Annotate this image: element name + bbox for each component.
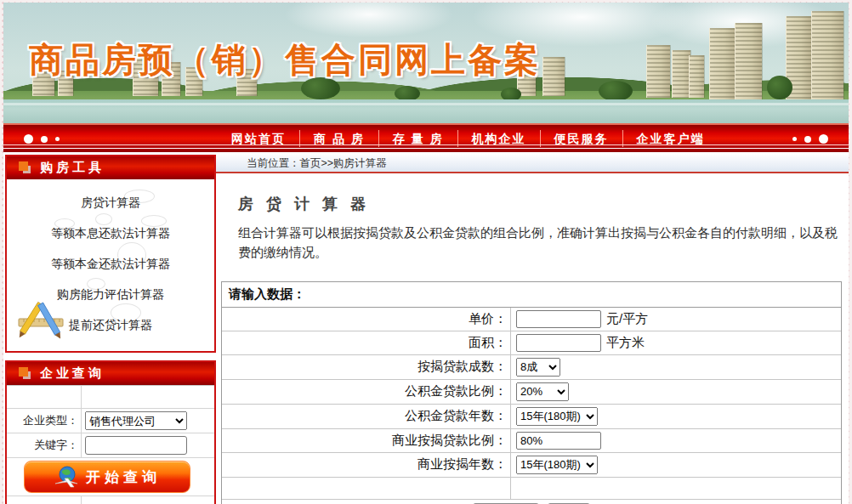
commercial-ratio-input[interactable] [516, 432, 601, 450]
page-description: 组合计算器可以根据按揭贷款及公积金贷款的组合比例，准确计算出按揭与公积金各自的付… [238, 223, 845, 263]
mortgage-ratio-label: 按揭贷款成数： [222, 355, 511, 379]
commercial-years-select[interactable]: 15年(180期) [516, 456, 598, 474]
keyword-input[interactable] [85, 436, 187, 455]
nav-item-stock-housing[interactable]: 存 量 房 [379, 130, 458, 147]
enterprise-type-select[interactable]: 销售代理公司 [85, 411, 187, 430]
area-input[interactable] [516, 334, 601, 352]
tools-panel-body: 房贷计算器 等额本息还款法计算器 等额本金还款法计算器 购房能力评估计算器 提前… [7, 179, 214, 351]
tool-link-mortgage-calculator[interactable]: 房贷计算器 [7, 188, 214, 218]
form-row-area: 面积： 平方米 [222, 331, 841, 355]
start-query-button[interactable]: 开始查询 [24, 461, 190, 493]
mortgage-ratio-select[interactable]: 8成 [516, 358, 560, 377]
globe-plane-icon [54, 465, 79, 489]
main-nav: 网站首页 商 品 房 存 量 房 机构企业 便民服务 企业客户端 [3, 125, 849, 152]
fund-years-label: 公积金贷款年数： [222, 405, 511, 428]
banner: 商品房预（销）售合同网上备案 [3, 3, 849, 123]
enterprise-type-label: 企业类型： [7, 409, 82, 433]
unit-price-input[interactable] [516, 310, 601, 328]
form-row-unit-price: 单价： 元/平方 [222, 308, 841, 331]
fund-ratio-select[interactable]: 20% [516, 382, 569, 401]
fund-ratio-label: 公积金贷款比例： [222, 380, 511, 404]
nav-item-enterprise-client[interactable]: 企业客户端 [623, 130, 719, 147]
form-row-empty [222, 478, 841, 500]
unit-price-label: 单价： [222, 308, 511, 331]
form-header: 请输入数据： [222, 282, 841, 308]
enterprise-query-panel: 企业查询 企业类型： 销售代理公司 [5, 360, 216, 504]
nav-menu: 网站首页 商 品 房 存 量 房 机构企业 便民服务 企业客户端 [218, 125, 719, 152]
main-content: 当前位置：首页>>购房计算器 房 贷 计 算 器 组合计算器可以根据按揭贷款及公… [216, 155, 849, 504]
commercial-ratio-label: 商业按揭贷款比例： [222, 429, 511, 452]
nav-item-home[interactable]: 网站首页 [218, 130, 300, 147]
tools-panel: 购房工具 房贷计算器 等额本息还款法计算器 等额本金还款法计算器 购房能力评估计… [5, 155, 216, 353]
nav-item-public-services[interactable]: 便民服务 [541, 130, 623, 147]
nav-dots-left [24, 134, 60, 144]
page-title: 房 贷 计 算 器 [238, 194, 847, 214]
sidebar: 购房工具 房贷计算器 等额本息还款法计算器 等额本金还款法计算器 购房能力评估计… [3, 155, 216, 504]
squares-icon [19, 367, 31, 379]
page: 商品房预（销）售合同网上备案 网站首页 商 品 房 存 量 房 机构企业 便民服… [3, 3, 849, 504]
form-row-commercial-years: 商业按揭年数： 15年(180期) [222, 453, 841, 478]
start-query-label: 开始查询 [86, 467, 161, 487]
area-unit: 平方米 [606, 335, 645, 351]
form-row-fund-ratio: 公积金贷款比例： 20% [222, 380, 841, 405]
enterprise-panel-header: 企业查询 [7, 362, 214, 385]
nav-item-commodity-housing[interactable]: 商 品 房 [300, 130, 379, 147]
commercial-years-label: 商业按揭年数： [222, 453, 511, 477]
unit-price-unit: 元/平方 [606, 311, 648, 327]
enterprise-panel-body: 企业类型： 销售代理公司 关键字： [7, 385, 214, 504]
enterprise-panel-title: 企业查询 [40, 365, 105, 382]
tools-panel-title: 购房工具 [40, 160, 105, 176]
tool-link-early-repayment-calculator[interactable]: 提前还贷计算器 [7, 310, 214, 341]
area-label: 面积： [222, 331, 511, 354]
lake-illustration [3, 99, 849, 123]
breadcrumb: 当前位置：首页>>购房计算器 [216, 155, 849, 173]
fund-years-select[interactable]: 15年(180期) [516, 407, 598, 426]
keyword-label: 关键字： [7, 433, 82, 457]
nav-dots-right [792, 134, 828, 144]
calculator-form: 请输入数据： 单价： 元/平方 面积： 平方米 [221, 281, 842, 504]
form-row-fund-years: 公积金贷款年数： 15年(180期) [222, 405, 841, 429]
form-row-mortgage-ratio: 按揭贷款成数： 8成 [222, 355, 841, 380]
nav-item-institutions[interactable]: 机构企业 [458, 130, 541, 147]
tool-link-equal-installment-calculator[interactable]: 等额本息还款法计算器 [7, 218, 214, 249]
form-row-commercial-ratio: 商业按揭贷款比例： [222, 429, 841, 453]
tool-link-affordability-calculator[interactable]: 购房能力评估计算器 [7, 280, 214, 310]
tools-panel-header: 购房工具 [7, 156, 214, 179]
tool-link-equal-principal-calculator[interactable]: 等额本金还款法计算器 [7, 249, 214, 280]
squares-icon [19, 161, 31, 173]
form-row-buttons: 开始计算 重算 [222, 500, 841, 504]
site-title: 商品房预（销）售合同网上备案 [29, 37, 541, 83]
